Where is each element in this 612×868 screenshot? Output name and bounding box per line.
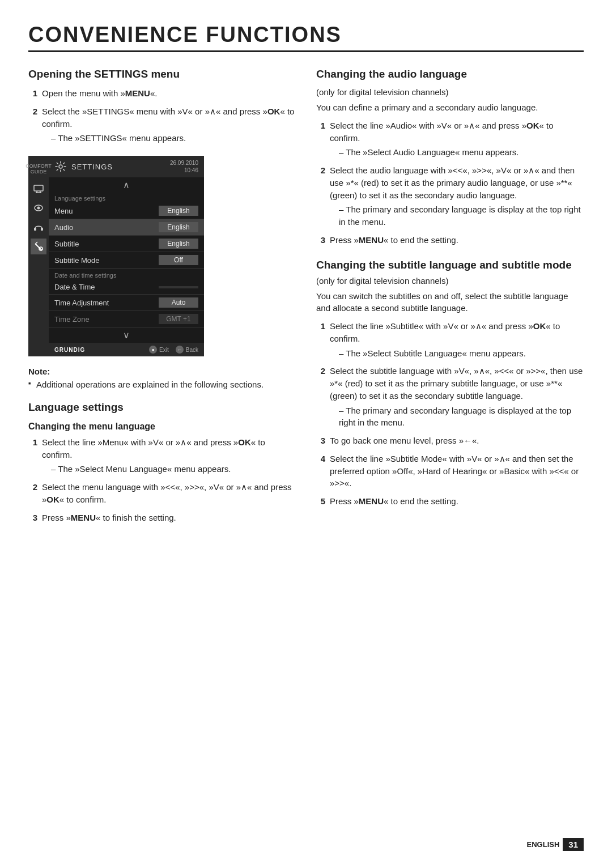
audio-step-1-sub: The »Select Audio Language« menu appears… [330,146,584,159]
subtitle-step-5: 5 Press »MENU« to end the setting. [316,495,584,508]
menu-row-time-zone-label: Time Zone [54,315,90,324]
subtitle-step-4: 4 Select the line »Subtitle Mode« with »… [316,453,584,490]
menu-lang-step-2: 2 Select the menu language with »<<«, »>… [28,481,296,506]
audio-step-2: 2 Select the audio language with »<<«, »… [316,164,584,228]
audio-step-num-2: 2 [316,164,325,228]
menu-lang-step-1-content: Select the line »Menu« with »V« or »∧« a… [42,436,296,475]
menu-row-subtitle-mode[interactable]: Subtitle Mode Off [49,252,204,269]
left-column: Opening the SETTINGS menu 1 Open the men… [28,68,296,529]
grundig-logo: GRUNDIG [54,347,85,353]
audio-step-2-sub: The primary and secondary language is di… [330,203,584,228]
subtitle-step-2-sub: The primary and secondary language is di… [330,405,584,429]
subtitle-step-2: 2 Select the subtitle language with »V«,… [316,365,584,429]
step-1: 1 Open the menu with »MENU«. [28,87,296,100]
menu-row-subtitle[interactable]: Subtitle English [49,236,204,252]
menu-row-subtitle-mode-label: Subtitle Mode [54,256,100,265]
menu-row-subtitle-label: Subtitle [54,240,79,248]
opening-settings-steps: 1 Open the menu with »MENU«. 2 Select th… [28,87,296,144]
menu-row-audio[interactable]: Audio English [49,219,204,236]
channel-icon [31,181,46,197]
subtitle-step-5-content: Press »MENU« to end the setting. [330,495,584,508]
menu-row-menu-value: English [159,206,198,216]
subtitle-language-steps: 1 Select the line »Subtitle« with »V« or… [316,320,584,508]
subtitle-step-3-content: To go back one menu level, press »←«. [330,435,584,447]
settings-header: SETTINGS 26.09.201010:46 [49,156,204,177]
tools-icon [31,239,46,254]
menu-lang-step-3: 3 Press »MENU« to finish the setting. [28,512,296,524]
menu-row-menu-label: Menu [54,207,73,215]
menu-row-time-adjustment-value: Auto [159,297,198,308]
menu-lang-step-2-content: Select the menu language with »<<«, »>>«… [42,481,296,506]
menu-row-time-adjustment-label: Time Adjustment [54,299,109,307]
subtitle-digital-note: (only for digital television channels) [316,276,584,286]
svg-point-11 [59,165,62,168]
step-2-content: Select the »SETTINGS« menu with »V« or »… [42,105,296,144]
settings-datetime: 26.09.201010:46 [170,159,198,174]
svg-line-9 [36,242,37,244]
subtitle-step-num-1: 1 [316,320,325,359]
settings-main-panel: SETTINGS 26.09.201010:46 ∧ Language sett… [49,156,204,356]
step-1-content: Open the menu with »MENU«. [42,87,296,100]
menu-scroll-up: ∧ [49,177,204,193]
menu-row-time-zone-value: GMT +1 [159,314,198,324]
menu-row-time-adjustment[interactable]: Time Adjustment Auto [49,295,204,311]
settings-menu-title: SETTINGS [71,163,113,171]
subtitle-step-num-4: 4 [316,453,325,490]
menu-language-steps: 1 Select the line »Menu« with »V« or »∧«… [28,436,296,524]
settings-title-area: SETTINGS [54,160,113,173]
audio-step-num-1: 1 [316,120,325,159]
subtitle-step-num-3: 3 [316,435,325,447]
audio-intro: You can define a primary and a secondary… [316,101,584,114]
back-button[interactable]: ← Back [176,346,198,354]
exit-label: Exit [159,347,169,353]
note-block: Note: Additional operations are explaine… [28,367,296,391]
subtitle-step-1-sub: The »Select Subtitle Language« menu appe… [330,347,584,360]
exit-btn-icon: ● [149,346,157,354]
changing-subtitle-title: Changing the subtitle language and subti… [316,259,584,271]
exit-button[interactable]: ● Exit [149,346,169,354]
step-num-2: 2 [28,105,37,144]
headphone-icon [31,219,46,235]
right-column: Changing the audio language (only for di… [316,68,584,529]
menu-row-audio-label: Audio [54,223,73,232]
language-section-label: Language settings [49,193,204,203]
language-settings-title: Language settings [28,401,296,414]
subtitle-step-num-5: 5 [316,495,325,508]
audio-step-3-content: Press »MENU« to end the setting. [330,234,584,246]
menu-lang-step-num-2: 2 [28,481,37,506]
menu-lang-step-1: 1 Select the line »Menu« with »V« or »∧«… [28,436,296,475]
menu-row-subtitle-mode-value: Off [159,255,198,265]
menu-row-time-zone[interactable]: Time Zone GMT +1 [49,311,204,327]
subtitle-step-1: 1 Select the line »Subtitle« with »V« or… [316,320,584,359]
note-item-1: Additional operations are explained in t… [28,378,296,391]
step-2: 2 Select the »SETTINGS« menu with »V« or… [28,105,296,144]
opening-settings-title: Opening the SETTINGS menu [28,68,296,80]
svg-rect-7 [41,228,43,231]
changing-menu-language-title: Changing the menu language [28,422,296,432]
audio-digital-note: (only for digital television channels) [316,87,584,97]
subtitle-step-3: 3 To go back one menu level, press »←«. [316,435,584,447]
menu-lang-step-num-1: 1 [28,436,37,475]
menu-row-date-time[interactable]: Date & Time [49,280,204,295]
comfort-guide-icon: COMFORTGUIDE [29,161,48,177]
svg-rect-6 [34,228,36,231]
menu-lang-step-num-3: 3 [28,512,37,524]
subtitle-intro: You can switch the subtitles on and off,… [316,290,584,315]
settings-gear-icon [54,160,67,173]
menu-row-date-time-value [159,286,198,288]
page-footer: ENGLISH 31 [527,838,584,851]
back-btn-icon: ← [176,346,184,354]
subtitle-step-1-content: Select the line »Subtitle« with »V« or »… [330,320,584,359]
menu-bottom-bar: GRUNDIG ● Exit ← Back [49,343,204,356]
changing-audio-title: Changing the audio language [316,68,584,80]
svg-rect-0 [34,185,43,191]
menu-lang-step-1-sub: The »Select Menu Language« menu appears. [42,463,296,475]
menu-row-date-time-label: Date & Time [54,283,95,291]
note-list: Additional operations are explained in t… [28,378,296,391]
menu-row-menu[interactable]: Menu English [49,203,204,219]
audio-step-3: 3 Press »MENU« to end the setting. [316,234,584,246]
content-columns: Opening the SETTINGS menu 1 Open the men… [28,68,584,529]
svg-point-5 [37,207,40,210]
back-label: Back [186,347,198,353]
menu-row-audio-value: English [159,222,198,232]
